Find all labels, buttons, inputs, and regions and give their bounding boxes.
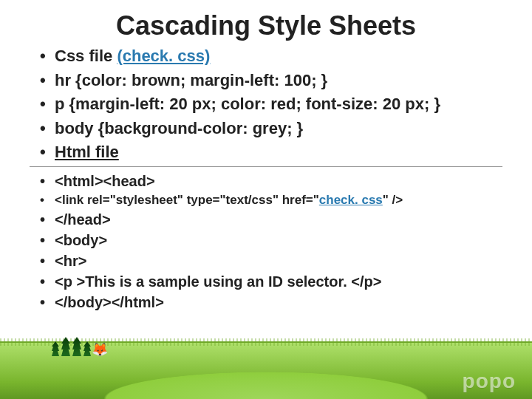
- list-item: <html><head>: [40, 171, 510, 191]
- list-item: Css file (check. css): [40, 46, 510, 67]
- divider: [30, 166, 502, 167]
- list-item: </head>: [40, 210, 510, 229]
- tree-icon: [83, 341, 91, 356]
- bullet-group-2: <html><head>: [40, 171, 510, 191]
- text-link-prefix: <link rel="stylesheet" type="text/css" h…: [55, 193, 319, 207]
- trees-decoration: [52, 337, 91, 356]
- link-href-check-css[interactable]: check. css: [319, 193, 383, 207]
- tree-icon: [52, 341, 59, 356]
- bullet-group-1: Css file (check. css) hr {color: brown; …: [40, 46, 510, 163]
- tree-icon: [72, 337, 81, 356]
- list-item: hr {color: brown; margin-left: 100; }: [40, 70, 510, 92]
- link-check-css[interactable]: (check. css): [117, 47, 210, 65]
- text-link-suffix: " />: [383, 193, 403, 207]
- list-item: <p >This is a sample using an ID selecto…: [40, 272, 510, 291]
- list-item: body {background-color: grey; }: [40, 118, 510, 140]
- list-item: p {margin-left: 20 px; color: red; font-…: [40, 94, 510, 115]
- fox-icon: 🦊: [92, 343, 108, 356]
- slide-content: Css file (check. css) hr {color: brown; …: [0, 46, 532, 163]
- bullet-group-3: <link rel="stylesheet" type="text/css" h…: [40, 192, 510, 208]
- watermark: popo: [463, 369, 516, 393]
- bullet-group-4: </head> <body> <hr> <p >This is a sample…: [40, 210, 510, 312]
- slide-title: Cascading Style Sheets: [0, 0, 532, 46]
- slide-content-2: <html><head> <link rel="stylesheet" type…: [0, 171, 532, 312]
- list-item: <hr>: [40, 251, 510, 270]
- list-item: <link rel="stylesheet" type="text/css" h…: [40, 192, 510, 208]
- text-css-file: Css file: [55, 47, 117, 65]
- slide: Cascading Style Sheets Css file (check. …: [0, 0, 532, 399]
- list-item: Html file: [40, 142, 510, 163]
- list-item: <body>: [40, 231, 510, 250]
- text-html-file: Html file: [55, 143, 119, 161]
- list-item: </body></html>: [40, 293, 510, 312]
- tree-icon: [61, 337, 70, 356]
